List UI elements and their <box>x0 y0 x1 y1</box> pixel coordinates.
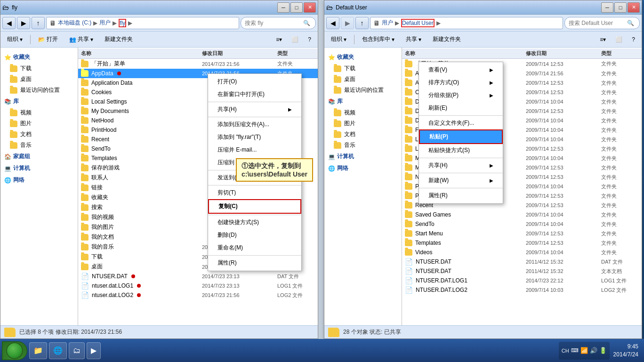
clock[interactable]: 9:45 2014/7/24 <box>613 343 638 359</box>
left-file-row[interactable]: 📄NTUSER.DAT2014/7/23 23:13DAT 文件 <box>78 272 318 281</box>
taskbar-ie[interactable]: 🌐 <box>49 342 67 359</box>
close-button[interactable]: ✕ <box>304 2 316 13</box>
nav-pictures[interactable]: 图片 <box>0 118 78 129</box>
right-close-button[interactable]: ✕ <box>628 2 640 13</box>
ctx-open-new[interactable]: 在新窗口中打开(E) <box>208 88 301 101</box>
open-button[interactable]: 📂 打开 <box>34 33 62 46</box>
right-minimize-button[interactable]: ─ <box>601 2 613 13</box>
right-file-row[interactable]: Start Menu2009/7/14 12:53文件夹 <box>402 229 642 238</box>
rctx-share[interactable]: 共享(H) ▶ <box>419 159 503 172</box>
ctx-add-rar[interactable]: 添加到 "fly.rar"(T) <box>208 131 301 144</box>
start-button[interactable] <box>2 341 27 360</box>
taskbar-file-explorer-1[interactable]: 📁 <box>29 342 47 359</box>
organize-button[interactable]: 组织 ▾ <box>3 33 26 46</box>
library-section[interactable]: 📚 库 <box>0 96 78 107</box>
right-file-row[interactable]: 📄NTUSER.DAT.LOG12014/7/23 22:12LOG1 文件 <box>402 276 642 285</box>
right-forward-button[interactable]: ▶ <box>341 17 354 29</box>
ctx-open[interactable]: 打开(O) <box>208 75 301 88</box>
right-search-box[interactable]: 🔍 <box>564 17 640 29</box>
right-nav-docs[interactable]: 文档 <box>324 129 402 140</box>
maximize-button[interactable]: □ <box>290 2 303 13</box>
right-include-button[interactable]: 包含到库中 ▾ <box>358 33 398 46</box>
right-computer-section[interactable]: 💻 计算机 <box>324 151 402 162</box>
ctx-properties[interactable]: 属性(R) <box>208 257 301 269</box>
rctx-group[interactable]: 分组依据(P) ▶ <box>419 89 503 102</box>
right-maximize-button[interactable]: □ <box>614 2 627 13</box>
left-address-path[interactable]: 🖥 本地磁盘 (C:) ▶ 用户 ▶ fly ▶ <box>46 17 239 29</box>
ctx-rename[interactable]: 重命名(M) <box>208 241 301 254</box>
left-search-input[interactable] <box>245 20 301 26</box>
left-file-row[interactable]: 「开始」菜单2014/7/23 21:56文件夹 <box>78 59 318 69</box>
forward-button[interactable]: ▶ <box>17 17 30 29</box>
window-divider[interactable] <box>318 0 324 339</box>
up-button[interactable]: ↑ <box>32 17 45 29</box>
preview-button[interactable]: ⬜ <box>288 33 302 46</box>
right-file-row[interactable]: 📄NTUSER.DAT2011/4/12 15:32文本文档 <box>402 266 642 276</box>
new-folder-button[interactable]: 新建文件夹 <box>101 33 137 46</box>
right-nav-video[interactable]: 视频 <box>324 107 402 118</box>
ctx-cut[interactable]: 剪切(T) <box>208 186 301 199</box>
right-back-button[interactable]: ◀ <box>326 17 339 29</box>
ctx-copy[interactable]: 复制(C) <box>208 199 301 214</box>
rctx-sort[interactable]: 排序方式(O) ▶ <box>419 76 503 89</box>
view-button[interactable]: ≡▾ <box>272 33 286 46</box>
rctx-new[interactable]: 新建(W) ▶ <box>419 174 503 187</box>
right-file-row[interactable]: Saved Games2009/7/14 10:04文件夹 <box>402 210 642 219</box>
computer-section[interactable]: 💻 计算机 <box>0 162 78 174</box>
right-up-button[interactable]: ↑ <box>355 17 369 29</box>
right-preview-button[interactable]: ⬜ <box>612 33 626 46</box>
right-nav-recent[interactable]: 最近访问的位置 <box>324 85 402 96</box>
breadcrumb-users[interactable]: 用户 <box>99 19 111 27</box>
rctx-paste[interactable]: 粘贴(P) <box>419 129 503 144</box>
nav-music[interactable]: 音乐 <box>0 140 78 151</box>
minimize-button[interactable]: ─ <box>277 2 290 13</box>
right-nav-pictures[interactable]: 图片 <box>324 118 402 129</box>
rctx-refresh[interactable]: 刷新(E) <box>419 102 503 114</box>
right-search-input[interactable] <box>569 20 625 26</box>
right-new-folder-button[interactable]: 新建文件夹 <box>429 33 465 46</box>
rctx-customize[interactable]: 自定义文件夹(F)... <box>419 117 503 129</box>
taskbar-media[interactable]: ▶ <box>87 342 101 359</box>
right-nav-downloads[interactable]: 下载 <box>324 63 402 74</box>
ctx-share[interactable]: 共享(H) ▶ <box>208 103 301 116</box>
right-file-row[interactable]: Templates2009/7/14 12:53文件夹 <box>402 238 642 248</box>
ctx-zip-email[interactable]: 压缩并 E-mail... <box>208 144 301 156</box>
left-search-box[interactable]: 🔍 <box>241 17 316 29</box>
right-nav-desktop[interactable]: 桌面 <box>324 74 402 85</box>
rctx-paste-shortcut[interactable]: 粘贴快捷方式(S) <box>419 144 503 157</box>
left-file-row[interactable]: 📄ntuser.dat.LOG12014/7/23 23:13LOG1 文件 <box>78 281 318 290</box>
right-view-button[interactable]: ≡▾ <box>596 33 610 46</box>
right-breadcrumb-default[interactable]: Default User <box>401 19 435 27</box>
breadcrumb-fly[interactable]: fly <box>119 19 126 27</box>
right-nav-music[interactable]: 音乐 <box>324 140 402 151</box>
right-breadcrumb-users[interactable]: 用户 <box>382 19 393 27</box>
right-library-section[interactable]: 📚 库 <box>324 96 402 107</box>
back-button[interactable]: ◀ <box>2 17 16 29</box>
right-favorites-section[interactable]: ⭐ 收藏夹 <box>324 51 402 63</box>
favorites-section[interactable]: ⭐ 收藏夹 <box>0 51 78 63</box>
rctx-view[interactable]: 查看(V) ▶ <box>419 64 503 76</box>
ctx-shortcut[interactable]: 创建快捷方式(S) <box>208 216 301 229</box>
right-file-row[interactable]: 📄NTUSER.DAT2011/4/12 15:32DAT 文件 <box>402 257 642 266</box>
rctx-properties[interactable]: 属性(R) <box>419 189 503 202</box>
nav-documents[interactable]: 文档 <box>0 129 78 140</box>
left-file-row[interactable]: 📄ntuser.dat.LOG22014/7/23 21:56LOG2 文件 <box>78 290 318 300</box>
nav-downloads[interactable]: 下载 <box>0 63 78 74</box>
right-file-row[interactable]: 📄NTUSER.DAT.LOG22009/7/14 10:03LOG2 文件 <box>402 285 642 295</box>
nav-video[interactable]: 视频 <box>0 107 78 118</box>
breadcrumb-c[interactable]: 本地磁盘 (C:) <box>58 19 91 27</box>
right-address-path[interactable]: 🖥 用户 ▶ Default User ▶ <box>370 17 563 29</box>
right-organize-button[interactable]: 组织 ▾ <box>327 33 350 46</box>
ctx-delete[interactable]: 删除(D) <box>208 229 301 241</box>
nav-recent[interactable]: 最近访问的位置 <box>0 85 78 96</box>
right-share-button[interactable]: 共享 ▾ <box>402 33 425 46</box>
taskbar-file-manager[interactable]: 🗂 <box>69 342 85 359</box>
ctx-add-archive[interactable]: 添加到压缩文件(A)... <box>208 118 301 131</box>
help-button[interactable]: ? <box>304 33 315 46</box>
right-file-row[interactable]: Videos2009/7/14 10:04文件夹 <box>402 248 642 257</box>
share-button[interactable]: 👥 共享 ▾ <box>65 33 97 46</box>
right-help-button[interactable]: ? <box>628 33 639 46</box>
nav-desktop[interactable]: 桌面 <box>0 74 78 85</box>
right-file-row[interactable]: SendTo2009/7/14 10:04文件夹 <box>402 219 642 229</box>
homegroup-section[interactable]: 🏠 家庭组 <box>0 151 78 162</box>
